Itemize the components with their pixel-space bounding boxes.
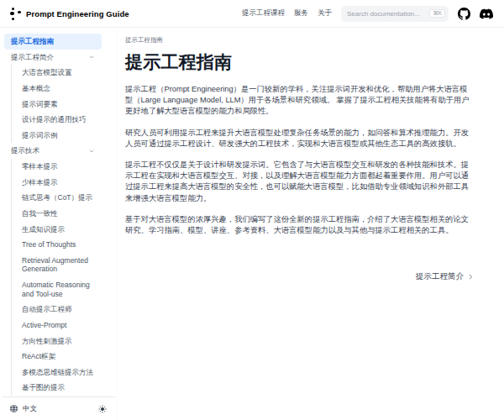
page-title: 提示工程指南 — [125, 50, 475, 74]
chevron-down-icon — [88, 148, 95, 155]
sidebar-item[interactable]: Tree of Thoughts — [15, 237, 102, 253]
sidebar-folder-label: 提示技术 — [11, 146, 39, 155]
sidebar-item[interactable]: 少样本提示 — [15, 175, 102, 191]
intro-paragraph-2: 研究人员可利用提示工程来提升大语言模型处理复杂任务场景的能力，如问答和算术推理能… — [125, 128, 475, 150]
sidebar-item[interactable]: 零样本提示 — [15, 159, 102, 175]
top-navbar: Prompt Engineering Guide 提示工程课程 服务 关于 ⌘K — [0, 0, 504, 28]
brand-home-link[interactable]: Prompt Engineering Guide — [10, 8, 129, 20]
sidebar-item[interactable]: 大语言模型设置 — [15, 65, 102, 81]
sidebar-item[interactable]: 基于图的提示 — [15, 380, 102, 396]
intro-paragraph-1: 提示工程（Prompt Engineering）是一门较新的学科，关注提示词开发… — [125, 84, 475, 118]
sidebar: 提示工程指南 提示工程简介 大语言模型设置 基本概念 提示词要素 设计提示的通用… — [0, 28, 118, 420]
sidebar-item[interactable]: 链式思考（CoT）提示 — [15, 190, 102, 206]
logo-dots-icon — [10, 8, 21, 20]
intro-paragraph-4: 基于对大语言模型的浓厚兴趣，我们编写了这份全新的提示工程指南，介绍了大语言模型相… — [125, 214, 475, 236]
pagination: 提示工程简介 — [125, 271, 475, 282]
sidebar-item[interactable]: 提示词示例 — [15, 128, 102, 144]
sidebar-item[interactable]: Retrieval Augmented Generation — [15, 253, 102, 277]
header-actions: 提示工程课程 服务 关于 ⌘K — [242, 6, 493, 22]
nav-link-course[interactable]: 提示工程课程 — [242, 8, 285, 18]
sidebar-item[interactable]: Active-Prompt — [15, 318, 102, 333]
sidebar-item-guide-active[interactable]: 提示工程指南 — [4, 34, 102, 50]
intro-paragraph-3: 提示工程不仅仅是关于设计和研发提示词。它包含了与大语言模型交互和研发的各种技能和… — [125, 160, 475, 204]
search-box[interactable]: ⌘K — [341, 6, 449, 22]
sidebar-folder-intro[interactable]: 提示工程简介 — [4, 50, 102, 66]
next-page-link[interactable]: 提示工程简介 — [416, 271, 475, 282]
sidebar-sublist-intro: 大语言模型设置 基本概念 提示词要素 设计提示的通用技巧 提示词示例 — [11, 65, 102, 143]
search-input[interactable] — [347, 10, 426, 18]
sidebar-footer: 中文 — [2, 396, 115, 420]
sidebar-nav: 提示工程指南 提示工程简介 大语言模型设置 基本概念 提示词要素 设计提示的通用… — [0, 28, 117, 396]
sidebar-item[interactable]: Automatic Reasoning and Tool-use — [15, 277, 102, 302]
sidebar-item[interactable]: 设计提示的通用技巧 — [15, 112, 102, 128]
globe-icon — [9, 404, 18, 413]
sidebar-folder-label: 提示工程简介 — [11, 53, 54, 62]
chevron-right-icon — [467, 273, 475, 281]
sidebar-item[interactable]: 提示词要素 — [15, 97, 102, 113]
sidebar-item[interactable]: 自我一致性 — [15, 206, 102, 222]
search-shortcut-kbd: ⌘K — [429, 9, 445, 18]
chevron-down-icon — [88, 54, 95, 60]
sidebar-item[interactable]: 基本概念 — [15, 81, 102, 97]
language-switcher[interactable]: 中文 — [9, 404, 37, 414]
sidebar-item[interactable]: 生成知识提示 — [15, 222, 102, 238]
sidebar-sublist-techniques: 零样本提示 少样本提示 链式思考（CoT）提示 自我一致性 生成知识提示 Tre… — [11, 159, 102, 396]
sidebar-item[interactable]: 自动提示工程师 — [15, 302, 102, 318]
nav-link-services[interactable]: 服务 — [294, 8, 308, 18]
github-icon[interactable] — [458, 8, 470, 20]
nav-link-about[interactable]: 关于 — [318, 8, 332, 18]
breadcrumb: 提示工程指南 — [125, 36, 475, 45]
main-content: 提示工程指南 提示工程指南 提示工程（Prompt Engineering）是一… — [118, 28, 504, 420]
language-label: 中文 — [23, 404, 37, 414]
brand-title: Prompt Engineering Guide — [26, 9, 129, 18]
discord-icon[interactable] — [480, 8, 493, 19]
sidebar-item[interactable]: 多模态思维链提示方法 — [15, 365, 102, 381]
next-page-label: 提示工程简介 — [416, 271, 464, 282]
theme-toggle-sun-icon[interactable] — [98, 405, 107, 413]
app-window: Prompt Engineering Guide 提示工程课程 服务 关于 ⌘K — [0, 0, 504, 420]
sidebar-item[interactable]: 方向性刺激提示 — [15, 333, 102, 349]
sidebar-folder-techniques[interactable]: 提示技术 — [4, 143, 102, 159]
sidebar-item[interactable]: ReAct框架 — [15, 349, 102, 365]
